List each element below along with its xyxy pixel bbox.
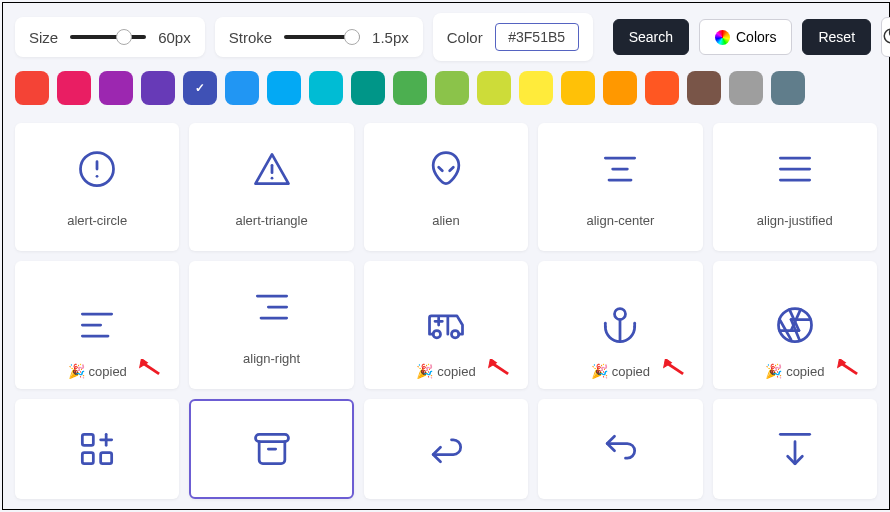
size-slider[interactable] xyxy=(70,27,146,47)
archive-icon xyxy=(250,427,294,471)
color-swatch[interactable] xyxy=(729,71,763,105)
color-swatch[interactable] xyxy=(99,71,133,105)
color-swatch[interactable] xyxy=(687,71,721,105)
size-value: 60px xyxy=(158,29,191,46)
color-swatch[interactable] xyxy=(267,71,301,105)
colors-label: Colors xyxy=(736,29,776,45)
anchor-icon xyxy=(598,303,642,347)
svg-rect-35 xyxy=(255,434,288,441)
search-button[interactable]: Search xyxy=(613,19,689,55)
color-swatch[interactable] xyxy=(225,71,259,105)
icon-label: alert-circle xyxy=(67,213,127,228)
icon-card-align-right[interactable]: align-right xyxy=(189,261,353,389)
alien-icon xyxy=(424,147,468,191)
icon-card-anchor[interactable]: 🎉copied xyxy=(538,261,702,389)
arrow-back-icon xyxy=(424,427,468,471)
icon-card-alert-circle[interactable]: alert-circle xyxy=(15,123,179,251)
color-swatch[interactable] xyxy=(15,71,49,105)
arrow-bar-down-icon xyxy=(773,427,817,471)
icon-card-arrow-back-up[interactable] xyxy=(538,399,702,499)
colors-button[interactable]: Colors xyxy=(699,19,792,55)
copied-caption: 🎉copied xyxy=(713,363,877,379)
stroke-value: 1.5px xyxy=(372,29,409,46)
svg-rect-32 xyxy=(101,453,112,464)
copied-caption: 🎉copied xyxy=(364,363,528,379)
icon-label: align-justified xyxy=(757,213,833,228)
align-left-icon xyxy=(75,303,119,347)
arrow-back-up-icon xyxy=(598,427,642,471)
svg-rect-31 xyxy=(83,453,94,464)
icon-card-apps[interactable] xyxy=(15,399,179,499)
color-wheel-icon xyxy=(715,30,730,45)
aperture-icon xyxy=(773,303,817,347)
party-icon: 🎉 xyxy=(591,363,608,379)
stroke-control: Stroke 1.5px xyxy=(215,17,423,57)
color-swatch[interactable] xyxy=(771,71,805,105)
color-swatch[interactable] xyxy=(309,71,343,105)
icon-card-arrow-bar-down[interactable] xyxy=(713,399,877,499)
color-swatch[interactable] xyxy=(477,71,511,105)
icon-card-arrow-back[interactable] xyxy=(364,399,528,499)
icon-card-align-justified[interactable]: align-justified xyxy=(713,123,877,251)
ambulance-icon xyxy=(424,303,468,347)
color-label: Color xyxy=(447,29,483,46)
moon-icon xyxy=(882,27,890,48)
align-justified-icon xyxy=(773,147,817,191)
icon-card-archive[interactable] xyxy=(189,399,353,499)
icon-card-alien[interactable]: alien xyxy=(364,123,528,251)
icon-label: align-right xyxy=(243,351,300,366)
size-control: Size 60px xyxy=(15,17,205,57)
alert-triangle-icon xyxy=(250,147,294,191)
color-control: Color xyxy=(433,13,593,61)
icon-card-ambulance[interactable]: 🎉copied xyxy=(364,261,528,389)
color-swatch[interactable] xyxy=(519,71,553,105)
copied-label: copied xyxy=(437,364,475,379)
icon-card-align-center[interactable]: align-center xyxy=(538,123,702,251)
color-swatch[interactable] xyxy=(603,71,637,105)
stroke-slider[interactable] xyxy=(284,27,360,47)
color-swatch[interactable] xyxy=(393,71,427,105)
svg-point-19 xyxy=(615,309,626,320)
app-root: Size 60px Stroke 1.5px Color Search Colo… xyxy=(2,2,890,510)
color-swatch[interactable] xyxy=(57,71,91,105)
color-swatch[interactable] xyxy=(351,71,385,105)
copied-label: copied xyxy=(89,364,127,379)
stroke-label: Stroke xyxy=(229,29,272,46)
party-icon: 🎉 xyxy=(765,363,782,379)
alert-circle-icon xyxy=(75,147,119,191)
align-center-icon xyxy=(598,147,642,191)
icon-label: alien xyxy=(432,213,459,228)
apps-icon xyxy=(75,427,119,471)
icon-card-alert-triangle[interactable]: alert-triangle xyxy=(189,123,353,251)
color-swatch[interactable] xyxy=(141,71,175,105)
color-swatch[interactable] xyxy=(435,71,469,105)
size-label: Size xyxy=(29,29,58,46)
color-swatch[interactable] xyxy=(183,71,217,105)
icon-label: align-center xyxy=(586,213,654,228)
icon-card-aperture[interactable]: 🎉copied xyxy=(713,261,877,389)
align-right-icon xyxy=(250,285,294,329)
color-swatch[interactable] xyxy=(645,71,679,105)
color-swatches xyxy=(3,71,889,109)
copied-caption: 🎉copied xyxy=(15,363,179,379)
icon-label: alert-triangle xyxy=(235,213,307,228)
icon-grid: alert-circlealert-trianglealienalign-cen… xyxy=(3,109,889,512)
copied-label: copied xyxy=(786,364,824,379)
toolbar: Size 60px Stroke 1.5px Color Search Colo… xyxy=(3,3,889,71)
color-input[interactable] xyxy=(495,23,579,51)
icon-card-align-left[interactable]: 🎉copied xyxy=(15,261,179,389)
party-icon: 🎉 xyxy=(68,363,85,379)
theme-toggle-button[interactable] xyxy=(881,17,890,57)
reset-button[interactable]: Reset xyxy=(802,19,871,55)
party-icon: 🎉 xyxy=(416,363,433,379)
copied-caption: 🎉copied xyxy=(538,363,702,379)
color-swatch[interactable] xyxy=(561,71,595,105)
copied-label: copied xyxy=(612,364,650,379)
svg-rect-30 xyxy=(83,434,94,445)
